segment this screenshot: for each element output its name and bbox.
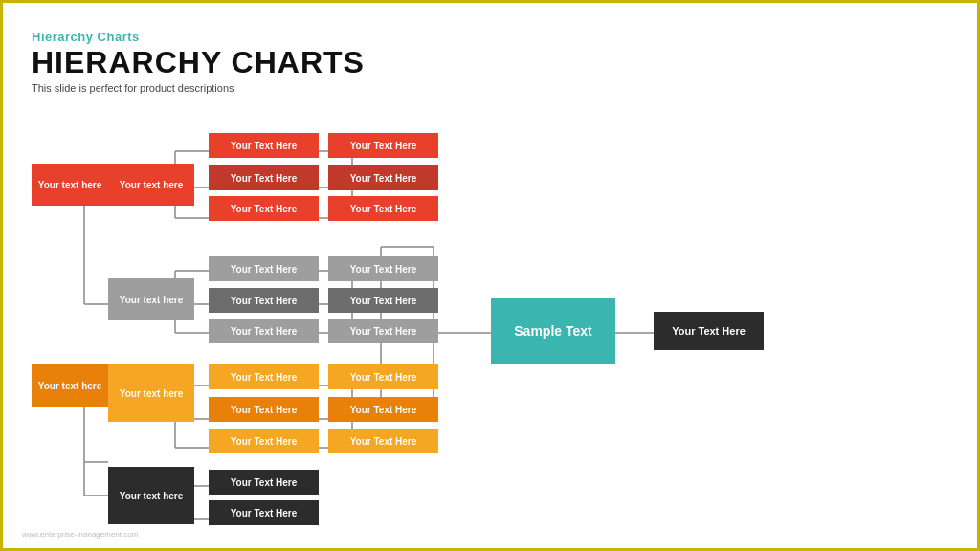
gray-l2: Your Text Here bbox=[209, 288, 319, 313]
header: Hierarchy Charts HIERARCHY CHARTS This s… bbox=[32, 30, 365, 94]
bot-mid1-box: Your text here bbox=[108, 364, 194, 422]
top-mid1-box: Your text here bbox=[108, 164, 194, 206]
gray-l3: Your Text Here bbox=[209, 319, 319, 343]
org-l1: Your Text Here bbox=[209, 364, 319, 389]
gray-r2: Your Text Here bbox=[328, 288, 438, 313]
blk-2: Your Text Here bbox=[209, 500, 319, 525]
header-subtitle: Hierarchy Charts bbox=[32, 30, 365, 44]
header-desc: This slide is perfect for product descri… bbox=[32, 82, 365, 94]
org-l3: Your Text Here bbox=[209, 429, 319, 453]
sample-text-box: Sample Text bbox=[491, 298, 615, 364]
org-l2: Your Text Here bbox=[209, 397, 319, 422]
org-r1: Your Text Here bbox=[328, 364, 438, 389]
gray-r3: Your Text Here bbox=[328, 319, 438, 343]
right-black-box: Your Text Here bbox=[654, 312, 764, 350]
org-r2: Your Text Here bbox=[328, 397, 438, 422]
root-bottom-box: Your text here bbox=[32, 364, 108, 407]
blk-1: Your Text Here bbox=[209, 470, 319, 495]
watermark: www.enterprise-management.com bbox=[22, 530, 138, 539]
top-r2: Your Text Here bbox=[209, 165, 319, 190]
header-title: HIERARCHY CHARTS bbox=[32, 46, 365, 79]
top-mid2-box: Your text here bbox=[108, 278, 194, 320]
gray-l1: Your Text Here bbox=[209, 256, 319, 281]
far-r2: Your Text Here bbox=[328, 165, 438, 190]
gray-r1: Your Text Here bbox=[328, 256, 438, 281]
org-r3: Your Text Here bbox=[328, 429, 438, 453]
bot-mid2-box: Your text here bbox=[108, 467, 194, 524]
chart-area: Your text here Your text here Your text … bbox=[22, 127, 960, 529]
far-r3: Your Text Here bbox=[328, 196, 438, 221]
top-r1: Your Text Here bbox=[209, 133, 319, 158]
far-r1: Your Text Here bbox=[328, 133, 438, 158]
slide: Hierarchy Charts HIERARCHY CHARTS This s… bbox=[0, 0, 980, 551]
root-top-box: Your text here bbox=[32, 164, 108, 206]
top-r3: Your Text Here bbox=[209, 196, 319, 221]
